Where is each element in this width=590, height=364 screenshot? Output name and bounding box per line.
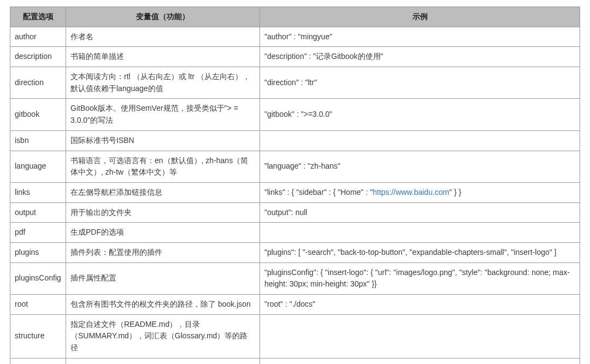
table-row: links 在左侧导航栏添加链接信息 "links" : { "sidebar"…: [10, 182, 580, 202]
table-row: author 作者名 "author" : "mingyue": [10, 27, 580, 47]
cell-desc: 插件列表：配置使用的插件: [66, 242, 260, 262]
cell-desc: 插件属性配置: [66, 262, 260, 294]
cell-example: [260, 130, 580, 151]
table-row: language 书籍语言，可选语言有：en（默认值）, zh-hans（简体中…: [10, 151, 580, 182]
cell-option: pluginsConfig: [10, 262, 66, 294]
cell-example: "author" : "mingyue": [260, 27, 580, 47]
header-option: 配置选项: [10, 7, 66, 27]
cell-option: isbn: [10, 130, 66, 151]
table-row: direction 文本阅读方向：rtl （从右向左）或 ltr （从左向右），…: [10, 67, 580, 99]
table-row: output 用于输出的文件夹 "output": null: [10, 202, 580, 223]
cell-example: "pluginsConfig": { "insert-logo": { "url…: [260, 262, 580, 294]
cell-desc: 在左侧导航栏添加链接信息: [66, 182, 260, 202]
cell-example: [260, 223, 580, 243]
cell-option: root: [10, 295, 66, 315]
header-example: 示例: [260, 7, 580, 27]
cell-option: direction: [10, 67, 66, 99]
baidu-link[interactable]: https://www.baidu.com: [373, 188, 449, 196]
cell-option: structure: [10, 314, 66, 358]
cell-option: description: [10, 47, 66, 67]
cell-example: "language" : "zh-hans": [260, 151, 580, 182]
cell-example: "plugins": [ "-search", "back-to-top-but…: [260, 242, 580, 262]
table-header-row: 配置选项 变量值（功能） 示例: [10, 7, 580, 27]
cell-option: plugins: [10, 242, 66, 262]
table-row: pluginsConfig 插件属性配置 "pluginsConfig": { …: [10, 262, 580, 294]
cell-example: "styles": { "website": "styles/website.c…: [260, 358, 580, 364]
config-table: 配置选项 变量值（功能） 示例 author 作者名 "author" : "m…: [10, 7, 580, 364]
cell-option: gitbook: [10, 99, 66, 130]
cell-desc: GitBook版本。使用SemVer规范，接受类似于"> = 3.0.0"的写法: [66, 99, 260, 130]
cell-example: "direction" : "ltr": [260, 67, 580, 99]
cell-example: "description" : "记录Gitbook的使用": [260, 47, 580, 67]
cell-option: pdf: [10, 223, 66, 243]
cell-option: styles: [10, 358, 66, 364]
cell-desc: 自定义页面的CSS样式。各generator自定义对应的css文件: [66, 358, 260, 364]
cell-desc: 文本阅读方向：rtl （从右向左）或 ltr （从左向右），默认值依赖于lang…: [66, 67, 260, 99]
cell-example: "root" : "./docs": [260, 295, 580, 315]
cell-desc: 用于输出的文件夹: [66, 202, 260, 223]
cell-desc: 书籍的简单描述: [66, 47, 260, 67]
cell-desc: 包含所有图书文件的根文件夹的路径，除了 book.json: [66, 295, 260, 315]
header-desc: 变量值（功能）: [66, 7, 260, 27]
cell-option: language: [10, 151, 66, 182]
cell-option: output: [10, 202, 66, 223]
cell-option: links: [10, 182, 66, 202]
table-row: description 书籍的简单描述 "description" : "记录G…: [10, 47, 580, 67]
cell-desc: 书籍语言，可选语言有：en（默认值）, zh-hans（简体中文）, zh-tw…: [66, 151, 260, 182]
table-row: styles 自定义页面的CSS样式。各generator自定义对应的css文件…: [10, 358, 580, 364]
cell-example: "links" : { "sidebar" : { "Home" : "http…: [260, 182, 580, 202]
table-row: root 包含所有图书文件的根文件夹的路径，除了 book.json "root…: [10, 295, 580, 315]
table-row: pdf 生成PDF的选项: [10, 223, 580, 243]
cell-desc: 国际标准书号ISBN: [66, 130, 260, 151]
cell-example: "output": null: [260, 202, 580, 223]
cell-example: "gitbook" : ">=3.0.0": [260, 99, 580, 130]
cell-example: [260, 314, 580, 358]
table-row: isbn 国际标准书号ISBN: [10, 130, 580, 151]
table-row: gitbook GitBook版本。使用SemVer规范，接受类似于"> = 3…: [10, 99, 580, 130]
table-row: structure 指定自述文件（README.md），目录（SUMMARY.m…: [10, 314, 580, 358]
table-row: plugins 插件列表：配置使用的插件 "plugins": [ "-sear…: [10, 242, 580, 262]
cell-desc: 作者名: [66, 27, 260, 47]
cell-desc: 指定自述文件（README.md），目录（SUMMARY.md），词汇表（Glo…: [66, 314, 260, 358]
cell-desc: 生成PDF的选项: [66, 223, 260, 243]
cell-option: author: [10, 27, 66, 47]
